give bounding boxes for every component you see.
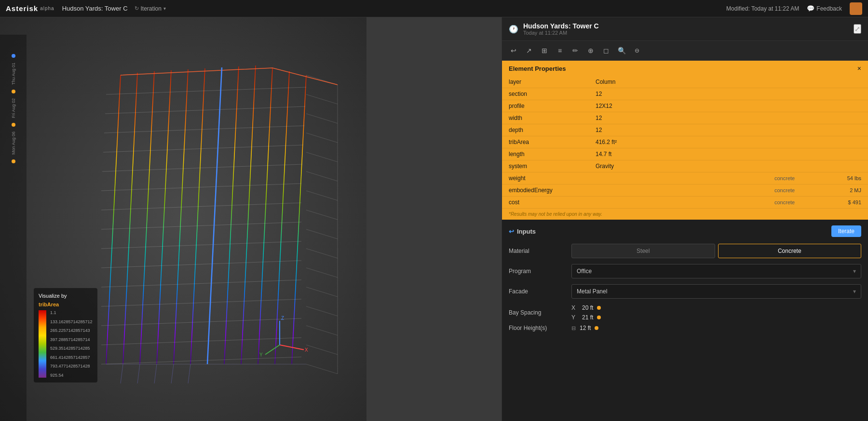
floor-height-dot [595, 326, 598, 330]
program-dropdown[interactable]: Office ▾ [571, 264, 861, 278]
ep-value-profile: 12X12 [596, 103, 861, 109]
ep-title: Element Properties [509, 65, 566, 72]
ep-value-width: 12 [596, 115, 861, 121]
program-row: Program Office ▾ [509, 264, 861, 278]
facade-dropdown[interactable]: Metal Panel ▾ [571, 284, 861, 299]
ep-row-system: system Gravity [502, 160, 868, 172]
legend-val-1: 1.1 [50, 310, 93, 315]
ep-close-button[interactable]: × [857, 65, 861, 72]
ep-row-layer: layer Column [502, 76, 868, 88]
toolbar-layers-btn[interactable]: ⊞ [538, 44, 551, 57]
svg-line-48 [171, 364, 174, 383]
svg-line-31 [306, 152, 338, 162]
axis-dot-top [12, 54, 15, 58]
axis-dot-middle2 [12, 123, 15, 127]
floor-height-row: Floor Height(s) ⊟ 12 ft [509, 325, 861, 331]
svg-line-35 [306, 229, 338, 239]
svg-line-33 [306, 191, 338, 200]
ep-value-system: Gravity [596, 163, 861, 170]
material-label: Material [509, 248, 571, 254]
bay-y-value: 21 ft [582, 314, 593, 321]
panel-title-block: Hudson Yards: Tower C Today at 11:22 AM [523, 22, 849, 36]
inputs-label: Inputs [517, 228, 536, 235]
ep-row-section: section 12 [502, 88, 868, 100]
feedback-label: Feedback [816, 5, 842, 12]
ep-row-cost: cost concrete $ 491 [502, 197, 868, 209]
material-steel-btn[interactable]: Steel [571, 244, 715, 258]
feedback-button[interactable]: 💬 Feedback [807, 5, 842, 12]
bay-x-dot [597, 306, 601, 310]
ep-row-length: length 14.7 ft [502, 148, 868, 160]
svg-text:Z: Z [281, 316, 284, 321]
toolbar-crop-btn[interactable]: ⊕ [584, 44, 597, 57]
ep-secondary-cost: concrete [774, 199, 823, 205]
svg-line-20 [101, 241, 301, 249]
ep-disclaimer: *Results may not be relied upon in any w… [502, 209, 868, 220]
ep-row-tribarea: tribArea 416.2 ft² [502, 136, 868, 148]
svg-line-5 [190, 68, 205, 364]
ep-label-width: width [509, 115, 596, 121]
floor-height-label: Floor Height(s) [509, 325, 571, 331]
material-concrete-btn[interactable]: Concrete [718, 244, 862, 258]
ep-row-profile: profile 12X12 [502, 100, 868, 112]
panel-toolbar: ↩ ↗ ⊞ ≡ ✏ ⊕ ◻ 🔍 ⊖ [502, 41, 868, 61]
svg-line-24 [101, 318, 301, 326]
legend-values: 1.1 133.16285714285712 265.2257142857143… [50, 310, 93, 378]
axis-label-3: Mon Aug 06 [11, 132, 16, 155]
toolbar-edit-btn[interactable]: ✏ [569, 44, 582, 57]
svg-line-11 [292, 75, 306, 364]
toolbar-zoom-out-btn[interactable]: ⊖ [630, 44, 644, 57]
ep-tertiary-embodied: 2 MJ [823, 187, 861, 193]
floor-height-number: 12 ft [580, 325, 591, 331]
axis-dot-middle [12, 90, 15, 93]
svg-line-30 [306, 133, 338, 143]
ep-label-tribarea: tribArea [509, 139, 596, 145]
topbar-right: Modified: Today at 11:22 AM 💬 Feedback [726, 2, 862, 15]
iteration-button[interactable]: ↻ Iteration ▾ [132, 4, 169, 13]
axis-label-1: Thu Aug 01 [11, 63, 16, 85]
floor-height-value: ⊟ 12 ft [571, 325, 598, 331]
ep-label-weight: weight [509, 175, 596, 182]
svg-line-32 [306, 171, 338, 181]
ep-header: Element Properties × [502, 61, 868, 76]
svg-line-53 [265, 345, 280, 355]
inputs-section: ↩ Inputs Iterate Material Steel Concrete… [502, 220, 868, 421]
svg-line-36 [306, 249, 338, 258]
ep-label-length: length [509, 151, 596, 158]
svg-text:X: X [305, 347, 308, 353]
ep-label-embodied: embodiedEnergy [509, 187, 596, 194]
iterate-button[interactable]: Iterate [831, 225, 861, 237]
toolbar-3d-btn[interactable]: ◻ [599, 44, 613, 57]
ep-row-width: width 12 [502, 112, 868, 124]
toolbar-zoom-in-btn[interactable]: 🔍 [615, 44, 628, 57]
panel-title: Hudson Yards: Tower C [523, 22, 849, 30]
ep-tertiary-weight: 54 lbs [823, 175, 861, 181]
toolbar-cursor-btn[interactable]: ↩ [507, 44, 520, 57]
svg-line-2 [140, 71, 154, 364]
axis-label-2: Fri Aug 02 [11, 98, 16, 118]
svg-line-14 [104, 126, 304, 133]
expand-panel-button[interactable]: ⤢ [854, 24, 861, 34]
right-panel: 🕐 Hudson Yards: Tower C Today at 11:22 A… [502, 17, 868, 421]
svg-line-21 [101, 261, 301, 268]
bay-x-item: X 20 ft [571, 304, 861, 311]
bay-spacing-label: Bay Spacing [509, 309, 571, 316]
svg-line-26 [101, 357, 301, 364]
svg-line-34 [306, 210, 338, 220]
time-axis: Thu Aug 01 Fri Aug 02 Mon Aug 06 [0, 35, 27, 421]
toolbar-share-btn[interactable]: ↗ [522, 44, 536, 57]
3d-viewport[interactable]: X Z Y Thu Aug 01 Fri Aug 02 Mon Aug 06 V… [0, 17, 366, 421]
svg-line-15 [103, 145, 303, 152]
ep-value-layer: Column [596, 79, 861, 85]
bay-inputs: X 20 ft Y 21 ft [571, 304, 861, 321]
toolbar-sliders-btn[interactable]: ≡ [553, 44, 567, 57]
legend-val-5: 529.3514285714285 [50, 346, 93, 351]
ep-label-profile: profile [509, 103, 596, 109]
material-row: Material Steel Concrete [509, 244, 861, 258]
legend-color-bar [39, 310, 46, 378]
ep-value-length: 14.7 ft [596, 151, 861, 158]
user-avatar[interactable] [850, 2, 862, 15]
inputs-title: ↩ Inputs [509, 228, 536, 235]
facade-dropdown-arrow: ▾ [853, 288, 856, 295]
legend-val-6: 661.4142857142857 [50, 355, 93, 360]
